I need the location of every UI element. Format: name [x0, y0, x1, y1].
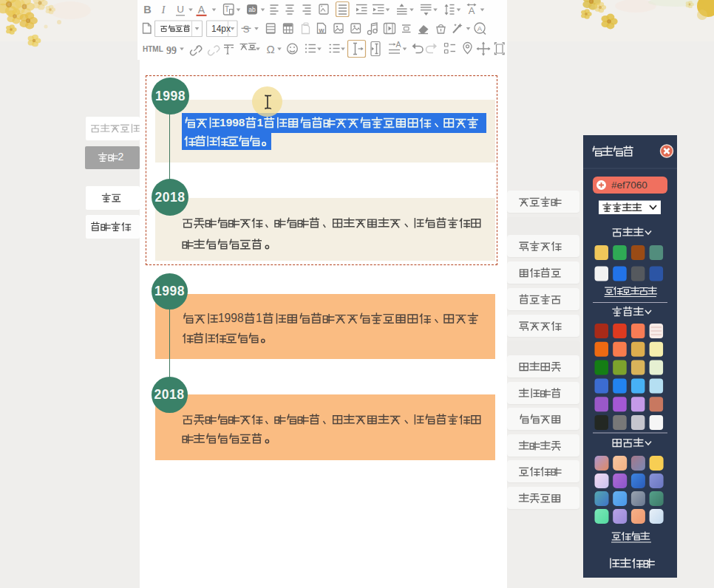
svg-text:#ef7060: #ef7060	[611, 180, 647, 191]
svg-text:1: 1	[256, 312, 262, 324]
svg-text:1998: 1998	[218, 312, 244, 324]
